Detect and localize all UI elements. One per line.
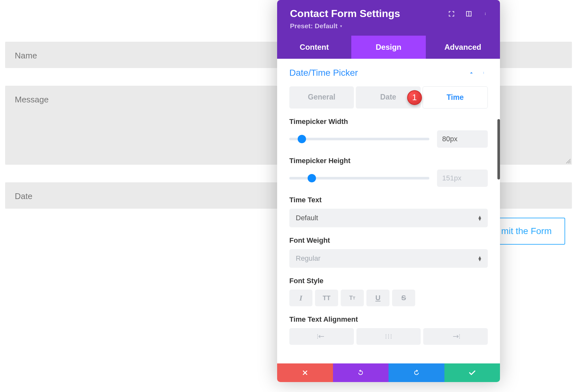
uppercase-button[interactable]: TT xyxy=(315,290,338,306)
section-title[interactable]: Date/Time Picker xyxy=(289,68,358,78)
tab-content[interactable]: Content xyxy=(277,36,351,59)
preset-label: Preset: Default xyxy=(290,22,337,30)
tab-advanced[interactable]: Advanced xyxy=(426,36,500,59)
time-text-select[interactable]: Default ▲▼ xyxy=(289,209,488,227)
date-field-label: Date xyxy=(15,191,32,201)
cancel-button[interactable] xyxy=(277,363,333,382)
scrollbar-thumb[interactable] xyxy=(497,119,500,179)
columns-icon[interactable] xyxy=(465,10,473,18)
name-field-label: Name xyxy=(15,51,37,60)
subtab-general[interactable]: General xyxy=(289,86,354,109)
underline-button[interactable]: U xyxy=(366,290,390,306)
width-value[interactable]: 80px xyxy=(437,130,488,148)
panel-footer xyxy=(277,363,500,382)
alignment-label: Time Text Alignment xyxy=(289,315,488,324)
height-slider[interactable] xyxy=(289,177,429,179)
select-arrows-icon: ▲▼ xyxy=(477,256,481,261)
annotation-badge: 1 xyxy=(407,90,422,105)
main-tabs: Content Design Advanced xyxy=(277,36,500,59)
resize-handle-icon[interactable] xyxy=(566,159,571,163)
font-weight-select[interactable]: Regular ▲▼ xyxy=(289,249,488,268)
time-text-value: Default xyxy=(296,214,318,222)
settings-panel: Contact Form Settings Preset: Default ▼ … xyxy=(277,0,500,382)
time-text-label: Time Text xyxy=(289,196,488,204)
panel-body: Date/Time Picker General Date 1 Time Tim… xyxy=(277,59,500,363)
svg-point-0 xyxy=(485,13,486,13)
height-value[interactable]: 151px xyxy=(437,170,488,187)
collapse-icon[interactable] xyxy=(468,69,475,76)
undo-button[interactable] xyxy=(333,363,389,382)
align-right-button[interactable] xyxy=(423,328,488,345)
align-center-button[interactable] xyxy=(356,328,421,345)
width-slider-thumb[interactable] xyxy=(298,135,306,143)
italic-button[interactable]: I xyxy=(289,290,312,306)
smallcaps-button[interactable]: TT xyxy=(341,290,364,306)
svg-point-4 xyxy=(483,73,484,73)
height-slider-thumb[interactable] xyxy=(308,174,316,182)
panel-header: Contact Form Settings Preset: Default ▼ xyxy=(277,0,500,36)
font-weight-label: Font Weight xyxy=(289,236,488,245)
kebab-menu-icon[interactable] xyxy=(482,10,490,18)
select-arrows-icon: ▲▼ xyxy=(477,215,481,221)
svg-point-1 xyxy=(485,13,486,14)
redo-button[interactable] xyxy=(389,363,444,382)
svg-point-5 xyxy=(483,74,484,74)
strikethrough-button[interactable]: S xyxy=(392,290,415,306)
svg-point-2 xyxy=(485,14,486,15)
message-field-label: Message xyxy=(15,95,49,104)
svg-point-3 xyxy=(483,72,484,72)
preset-dropdown[interactable]: Preset: Default ▼ xyxy=(290,22,343,30)
tab-design[interactable]: Design xyxy=(351,36,425,59)
height-label: Timepicker Height xyxy=(289,157,488,165)
font-weight-value: Regular xyxy=(296,254,320,263)
subtabs: General Date 1 Time xyxy=(289,86,488,109)
font-style-label: Font Style xyxy=(289,277,488,285)
save-button[interactable] xyxy=(444,363,500,382)
subtab-time[interactable]: Time xyxy=(423,86,488,109)
section-kebab-icon[interactable] xyxy=(481,69,488,76)
width-slider[interactable] xyxy=(289,138,429,140)
caret-down-icon: ▼ xyxy=(339,24,343,28)
align-left-button[interactable] xyxy=(289,328,354,345)
expand-icon[interactable] xyxy=(447,10,456,18)
width-label: Timepicker Width xyxy=(289,118,488,126)
